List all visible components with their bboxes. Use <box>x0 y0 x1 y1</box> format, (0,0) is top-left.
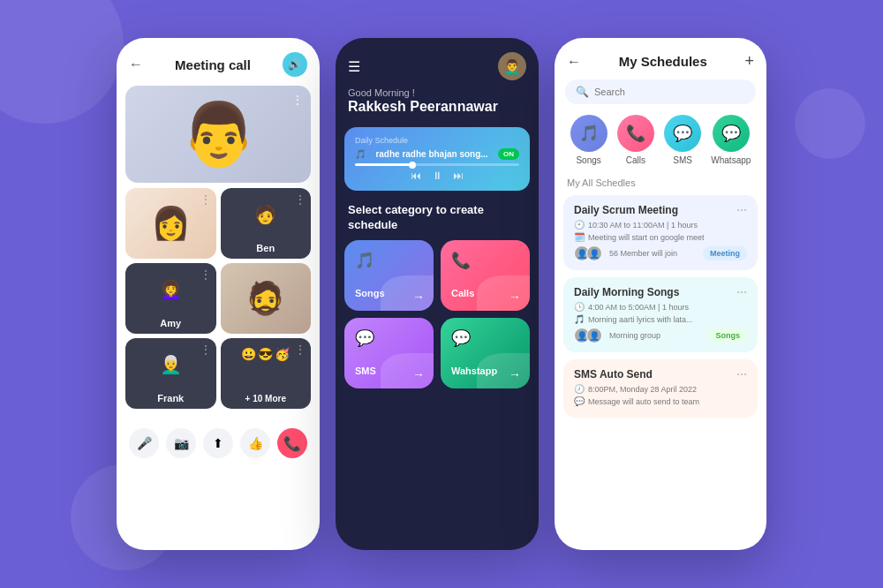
songs-info-row: 🎵 Morning aarti lyrics with lata... <box>574 314 747 324</box>
sms-icon-label: SMS <box>673 155 692 165</box>
participant-cell-more[interactable]: ⋮ 😀 😎 🥳 + 10 More <box>221 338 312 409</box>
songs-group-label: Morning group <box>609 331 660 340</box>
calls-circle-button[interactable]: 📞 <box>617 115 654 152</box>
songs-time: 4:00 AM to 5:00AM | 1 hours <box>588 303 689 312</box>
songs-card-title: Daily Morning Songs <box>574 286 679 298</box>
meeting-badge: Meeting <box>703 246 747 260</box>
sms-auto-card: SMS Auto Send ⋯ 🕗 8:00PM, Monday 28 Apri… <box>563 359 758 418</box>
share-button[interactable]: ⬆ <box>203 428 233 458</box>
section-label: My All Schedles <box>555 174 766 195</box>
play-pause-button[interactable]: ⏸ <box>432 170 442 182</box>
cell-options[interactable]: ⋮ <box>200 193 211 206</box>
whatsapp-circle-button[interactable]: 💬 <box>713 115 750 152</box>
avatar-2: 👤 <box>586 245 602 261</box>
icon-item-sms: 💬 SMS <box>664 115 701 165</box>
sms-info: Message will auto send to team <box>588 397 699 406</box>
songs-circle-button[interactable]: 🎵 <box>570 115 608 152</box>
search-input[interactable] <box>594 87 745 97</box>
my-schedules-screen: ← My Schedules + 🔍 🎵 Songs 📞 Calls 💬 SMS… <box>555 38 766 550</box>
participants-grid: 👩 ⋮ ⋮ 🧑 Ben ⋮ 👩‍🦱 Amy 🧔 ⋮ 👨‍🦳 <box>125 188 311 409</box>
add-schedule-button[interactable]: + <box>744 52 754 71</box>
scrum-time: 10:30 AM to 11:00AM | 1 hours <box>588 221 698 230</box>
songs-group: 👤 👤 Morning group <box>574 328 660 343</box>
progress-fill <box>355 163 412 166</box>
scrum-title: Daily Scrum Meeting <box>574 204 678 216</box>
categories-grid: 🎵 Songs → 📞 Calls → 💬 SMS → 💬 Wahstapp <box>336 240 539 388</box>
ben-options[interactable]: ⋮ <box>295 193 306 206</box>
songs-card-options[interactable]: ⋯ <box>736 286 747 298</box>
sms-time-row: 🕗 8:00PM, Monday 28 April 2022 <box>574 384 747 394</box>
main-video-options[interactable]: ⋮ <box>291 93 304 107</box>
song-name: radhe radhe bhajan song... <box>375 149 487 159</box>
scrum-avatars: 👤 👤 <box>574 245 602 261</box>
mute-button[interactable]: 🎤 <box>129 428 159 458</box>
category-wahstapp[interactable]: 💬 Wahstapp → <box>441 318 530 388</box>
songs-note-icon: 🎵 <box>574 314 585 324</box>
meeting-title: Meeting call <box>175 57 251 72</box>
sms-card-options[interactable]: ⋯ <box>736 368 747 381</box>
calls-icon: 📞 <box>451 251 519 270</box>
sms-icon: 💬 <box>355 328 423 348</box>
sms-card-header: SMS Auto Send ⋯ <box>574 368 747 381</box>
player-progress[interactable] <box>355 163 519 166</box>
user-name: Rakkesh Peerannawar <box>348 98 526 115</box>
more-options[interactable]: ⋮ <box>295 343 306 356</box>
category-songs[interactable]: 🎵 Songs → <box>344 240 434 311</box>
frank-avatar: 👨‍🦳 <box>155 349 186 381</box>
select-category-label: Select category to create schedule <box>336 198 539 240</box>
songs-wave <box>381 275 434 311</box>
scrum-options[interactable]: ⋯ <box>736 204 747 216</box>
more-label: + 10 More <box>221 394 312 403</box>
audio-button[interactable]: 🔊 <box>283 52 307 77</box>
amy-options[interactable]: ⋮ <box>200 268 211 281</box>
participant-cell-frank: ⋮ 👨‍🦳 Frank <box>125 338 216 409</box>
songs-clock-icon: 🕓 <box>574 302 585 312</box>
screens-container: ← Meeting call 🔊 👨 ⋮ 👩 ⋮ ⋮ 🧑 Ben <box>117 38 766 550</box>
scrum-info: Meeting will start on google meet <box>588 233 705 242</box>
category-sms[interactable]: 💬 SMS → <box>344 318 434 388</box>
sms-msg-icon: 💬 <box>574 396 585 406</box>
wahstapp-icon: 💬 <box>451 328 519 348</box>
player-toggle[interactable]: ON <box>498 148 519 160</box>
frank-options[interactable]: ⋮ <box>200 343 211 356</box>
menu-icon[interactable]: ☰ <box>348 58 360 75</box>
user-avatar[interactable]: 👨‍🦱 <box>498 52 526 80</box>
schedules-title: My Schedules <box>619 54 707 69</box>
songs-avatars: 👤 👤 <box>574 328 602 343</box>
sms-time: 8:00PM, Monday 28 April 2022 <box>588 385 697 394</box>
icon-item-songs: 🎵 Songs <box>570 115 608 165</box>
amy-avatar: 👩‍🦱 <box>155 274 186 305</box>
search-bar[interactable]: 🔍 <box>565 79 756 104</box>
like-button[interactable]: 👍 <box>240 428 270 458</box>
video-button[interactable]: 📷 <box>166 428 196 458</box>
scrum-header: Daily Scrum Meeting ⋯ <box>574 204 747 216</box>
whatsapp-icon-label: Whatsapp <box>711 155 751 165</box>
bg-decoration-3 <box>795 88 865 159</box>
songs-footer: 👤 👤 Morning group Songs <box>574 328 747 343</box>
sms-clock-icon: 🕗 <box>574 384 585 394</box>
category-calls[interactable]: 📞 Calls → <box>441 240 530 311</box>
call-controls: 🎤 📷 ⬆ 👍 📞 <box>117 416 320 467</box>
songs-icon: 🎵 <box>355 251 423 270</box>
progress-dot <box>409 162 416 169</box>
player-song-row: 🎵 radhe radhe bhajan song... ON <box>355 148 519 160</box>
wahstapp-wave <box>477 353 530 388</box>
schedules-back-button[interactable]: ← <box>567 54 581 70</box>
sms-info-row: 💬 Message will auto send to team <box>574 396 747 406</box>
back-button[interactable]: ← <box>129 57 143 72</box>
next-button[interactable]: ⏭ <box>453 170 464 182</box>
schedule-header: ☰ 👨‍🦱 <box>336 38 539 87</box>
songs-badge: Songs <box>708 328 747 343</box>
scrum-time-row: 🕙 10:30 AM to 11:00AM | 1 hours <box>574 220 747 230</box>
player-label: Daily Schedule <box>355 136 519 145</box>
search-icon: 🔍 <box>576 86 589 98</box>
player-controls: ⏮ ⏸ ⏭ <box>355 170 519 182</box>
songs-info: Morning aarti lyrics with lata... <box>588 315 693 324</box>
end-call-button[interactable]: 📞 <box>277 428 307 458</box>
prev-button[interactable]: ⏮ <box>411 170 421 182</box>
participant-cell: 👩 ⋮ <box>125 188 216 259</box>
clock-icon: 🕙 <box>574 220 585 230</box>
sms-circle-button[interactable]: 💬 <box>664 115 701 152</box>
icon-item-whatsapp: 💬 Whatsapp <box>711 115 751 165</box>
icon-item-calls: 📞 Calls <box>617 115 654 165</box>
